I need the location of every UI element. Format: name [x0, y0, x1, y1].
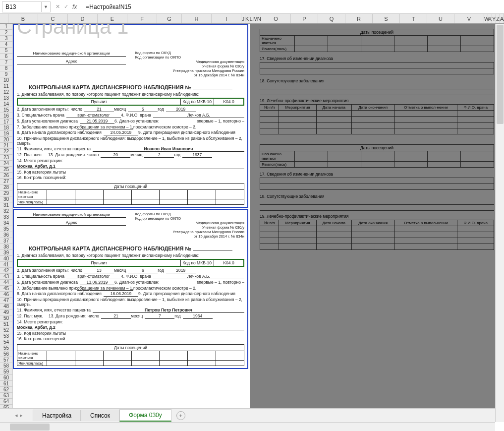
cancel-icon[interactable]: ✕	[56, 3, 60, 10]
col-header[interactable]: V	[454, 14, 484, 23]
fx-icon[interactable]: fx	[72, 3, 77, 10]
name-box-dropdown[interactable]: ▼	[42, 1, 51, 12]
row-header[interactable]: 37	[0, 238, 13, 244]
name-box[interactable]: B13	[2, 1, 42, 12]
row-header[interactable]: 49	[0, 309, 13, 315]
row-header[interactable]: 59	[0, 369, 13, 375]
row-header[interactable]: 57	[0, 357, 13, 363]
col-header[interactable]: U	[427, 14, 454, 23]
row-header[interactable]: 27	[0, 179, 13, 185]
col-header[interactable]: N	[257, 14, 261, 23]
col-header[interactable]: C	[38, 14, 68, 23]
row-header[interactable]: 64	[0, 399, 13, 405]
col-header[interactable]: Z	[496, 14, 500, 23]
row-header[interactable]: 30	[0, 196, 13, 202]
row-header[interactable]: 55	[0, 345, 13, 351]
row-header[interactable]: 12	[0, 89, 13, 95]
row-header[interactable]: 50	[0, 315, 13, 321]
col-header[interactable]: M	[253, 14, 257, 23]
row-header[interactable]: 62	[0, 387, 13, 393]
row-header[interactable]: 23	[0, 155, 13, 161]
col-header[interactable]: P	[291, 14, 318, 23]
row-header[interactable]: 11	[0, 83, 13, 89]
col-header[interactable]: D	[68, 14, 98, 23]
row-header[interactable]: 5	[0, 48, 13, 54]
row-header[interactable]: 36	[0, 232, 13, 238]
row-header[interactable]: 54	[0, 339, 13, 345]
row-header[interactable]: 1	[0, 24, 13, 30]
add-sheet-button[interactable]: +	[176, 411, 185, 416]
row-header[interactable]: 42	[0, 268, 13, 274]
col-header[interactable]: X	[488, 14, 492, 23]
col-header[interactable]: L	[249, 14, 253, 23]
col-header[interactable]: B	[8, 14, 38, 23]
row-header[interactable]: 38	[0, 244, 13, 250]
row-header[interactable]: 28	[0, 185, 13, 190]
col-header[interactable]: H	[182, 14, 212, 23]
row-header[interactable]: 52	[0, 327, 13, 333]
row-header[interactable]: 4	[0, 42, 13, 48]
row-header[interactable]: 25	[0, 167, 13, 173]
row-header[interactable]: 7	[0, 60, 13, 65]
tab-first-icon[interactable]: ◂	[15, 412, 18, 416]
row-header[interactable]: 31	[0, 202, 13, 208]
row-header[interactable]: 33	[0, 214, 13, 220]
row-header[interactable]: 19	[0, 131, 13, 137]
col-header[interactable]: O	[261, 14, 291, 23]
row-header[interactable]: 46	[0, 292, 13, 298]
col-header[interactable]: W	[484, 14, 488, 23]
row-header[interactable]: 24	[0, 161, 13, 167]
row-header[interactable]: 14	[0, 101, 13, 107]
row-header[interactable]: 35	[0, 226, 13, 232]
row-header[interactable]: 8	[0, 65, 13, 71]
col-header[interactable]: E	[98, 14, 127, 23]
row-header[interactable]: 45	[0, 286, 13, 292]
col-header[interactable]: AA	[500, 14, 504, 23]
col-header[interactable]: Y	[492, 14, 496, 23]
col-header[interactable]: F	[127, 14, 157, 23]
select-all-corner[interactable]	[0, 14, 8, 23]
row-header[interactable]: 22	[0, 149, 13, 155]
row-header[interactable]: 51	[0, 321, 13, 327]
row-header[interactable]: 3	[0, 36, 13, 42]
col-header[interactable]: S	[373, 14, 400, 23]
vertical-scrollbar[interactable]	[495, 24, 504, 416]
row-header[interactable]: 13	[0, 95, 13, 101]
col-header[interactable]: R	[345, 14, 373, 23]
row-header[interactable]: 6	[0, 54, 13, 60]
row-header[interactable]: 47	[0, 298, 13, 304]
row-header[interactable]: 21	[0, 143, 13, 149]
row-header[interactable]: 10	[0, 77, 13, 83]
row-header[interactable]: 56	[0, 351, 13, 357]
row-header[interactable]: 29	[0, 190, 13, 196]
row-header[interactable]: 34	[0, 220, 13, 226]
tab-spisok[interactable]: Список	[81, 410, 119, 416]
row-header[interactable]: 2	[0, 30, 13, 36]
col-header[interactable]: I	[212, 14, 241, 23]
row-header[interactable]: 61	[0, 381, 13, 387]
row-header[interactable]: 18	[0, 125, 13, 131]
row-header[interactable]: 26	[0, 173, 13, 179]
row-header[interactable]: 60	[0, 375, 13, 381]
sheet-area[interactable]: Страница 1 Наименование медицинской орга…	[13, 24, 504, 416]
tab-last-icon[interactable]: ▸	[20, 412, 23, 416]
row-header[interactable]: 41	[0, 262, 13, 268]
row-header[interactable]: 32	[0, 208, 13, 214]
row-header[interactable]: 17	[0, 119, 13, 125]
row-header[interactable]: 58	[0, 363, 13, 369]
tab-nastroyka[interactable]: Настройка	[33, 410, 81, 416]
row-header[interactable]: 9	[0, 71, 13, 77]
row-header[interactable]: 40	[0, 256, 13, 262]
col-header[interactable]: J	[241, 14, 245, 23]
row-header[interactable]: 43	[0, 274, 13, 280]
row-header[interactable]: 15	[0, 107, 13, 113]
col-header[interactable]: T	[400, 14, 427, 23]
row-header[interactable]: 20	[0, 137, 13, 143]
col-header[interactable]: K	[245, 14, 249, 23]
row-header[interactable]: 39	[0, 250, 13, 256]
formula-input[interactable]: =Настройка!N15	[82, 2, 504, 11]
enter-icon[interactable]: ✓	[64, 3, 68, 10]
tab-forma[interactable]: Форма 030у	[119, 409, 171, 416]
row-header[interactable]: 48	[0, 304, 13, 309]
row-header[interactable]: 16	[0, 113, 13, 119]
